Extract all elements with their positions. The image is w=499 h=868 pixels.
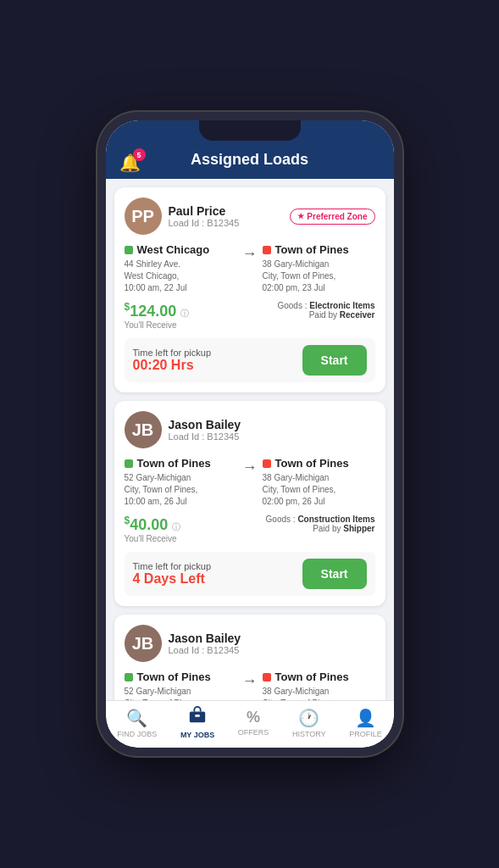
load-card-2: JB Jason Bailey Load Id : B12345 Town of	[114, 401, 385, 606]
dest-dot-3	[263, 673, 271, 682]
destination-name-2: Town of Pines	[263, 457, 375, 470]
nav-offers[interactable]: % OFFERS	[238, 709, 269, 737]
offers-label: OFFERS	[238, 728, 269, 737]
profile-label: PROFILE	[349, 730, 382, 738]
card-header-3: JB Jason Bailey Load Id : B12345	[125, 625, 375, 662]
avatar-2: JB	[125, 411, 162, 448]
history-icon: 🕐	[298, 708, 319, 728]
load-id-3: Load Id : B12345	[169, 645, 241, 655]
price-info-1: $124.00 ⓘ You'll Receive	[125, 301, 190, 330]
find-jobs-label: FIND JOBS	[117, 730, 157, 738]
card-header-2: JB Jason Bailey Load Id : B12345	[125, 411, 375, 448]
star-icon: ★	[297, 212, 304, 220]
origin-dot-2	[125, 459, 133, 468]
goods-name-1: Electronic Items	[309, 301, 374, 310]
start-button-1[interactable]: Start	[302, 345, 367, 376]
notch	[199, 120, 301, 141]
nav-profile[interactable]: 👤 PROFILE	[349, 708, 382, 738]
pickup-time-2: 4 Days Left	[133, 571, 212, 587]
price-amount-2: $40.00 ⓘ	[125, 515, 181, 534]
origin-addr-2: 52 Gary-MichiganCity, Town of Pines,10:0…	[125, 472, 237, 508]
destination-3: Town of Pines 38 Gary-MichiganCity, Town…	[263, 670, 375, 700]
origin-1: West Chicago 44 Shirley Ave.West Chicago…	[125, 243, 237, 294]
price-info-2: $40.00 ⓘ You'll Receive	[125, 515, 181, 543]
find-jobs-icon: 🔍	[126, 708, 147, 728]
price-row-1: $124.00 ⓘ You'll Receive Goods : Electro…	[125, 301, 375, 330]
phone-screen: 🔔 5 Assigned Loads PP Paul Price	[106, 120, 394, 748]
offers-icon: %	[247, 709, 260, 726]
card-user-1: PP Paul Price Load Id : B12345	[125, 198, 240, 235]
user-info-1: Paul Price Load Id : B12345	[169, 204, 240, 228]
pickup-row-1: Time left for pickup 00:20 Hrs Start	[125, 338, 375, 382]
svg-rect-0	[190, 711, 205, 722]
bottom-nav: 🔍 FIND JOBS MY JOBS % OFFERS	[106, 700, 394, 748]
price-label-2: You'll Receive	[125, 534, 181, 543]
pickup-label-1: Time left for pickup	[133, 348, 212, 358]
load-card-3: JB Jason Bailey Load Id : B12345 Town of	[114, 615, 385, 700]
my-jobs-label: MY JOBS	[180, 731, 214, 739]
dest-dot-1	[263, 246, 271, 254]
arrow-1: →	[242, 243, 258, 263]
page-title: Assigned Loads	[191, 151, 308, 169]
price-amount-1: $124.00 ⓘ	[125, 301, 190, 320]
origin-addr-1: 44 Shirley Ave.West Chicago,10:00 am, 22…	[125, 259, 237, 294]
user-name-2: Jason Bailey	[169, 418, 241, 431]
card-user-3: JB Jason Bailey Load Id : B12345	[125, 625, 241, 662]
destination-name-1: Town of Pines	[263, 243, 375, 256]
avatar-1: PP	[125, 198, 162, 235]
card-header-1: PP Paul Price Load Id : B12345 ★ Preferr…	[125, 198, 375, 235]
svg-rect-1	[195, 715, 200, 717]
destination-2: Town of Pines 38 Gary-MichiganCity, Town…	[263, 457, 375, 508]
price-row-2: $40.00 ⓘ You'll Receive Goods : Construc…	[125, 515, 375, 543]
pickup-time-1: 00:20 Hrs	[133, 358, 212, 373]
nav-history[interactable]: 🕐 HISTORY	[292, 708, 326, 738]
card-user-2: JB Jason Bailey Load Id : B12345	[125, 411, 241, 448]
goods-info-1: Goods : Electronic Items Paid by Receive…	[277, 301, 374, 320]
user-info-2: Jason Bailey Load Id : B12345	[169, 418, 241, 442]
pickup-info-1: Time left for pickup 00:20 Hrs	[133, 348, 212, 373]
bell-icon: 🔔 5	[119, 153, 141, 173]
preferred-badge-1: ★ Preferred Zone	[290, 209, 374, 225]
origin-name-3: Town of Pines	[125, 670, 237, 683]
paid-by-2: Shipper	[343, 524, 374, 533]
user-name-3: Jason Bailey	[169, 632, 241, 645]
my-jobs-icon	[188, 706, 207, 729]
content-area: PP Paul Price Load Id : B12345 ★ Preferr…	[106, 179, 394, 700]
user-name-1: Paul Price	[169, 204, 240, 218]
phone-wrapper: 🔔 5 Assigned Loads PP Paul Price	[0, 0, 499, 868]
nav-find-jobs[interactable]: 🔍 FIND JOBS	[117, 708, 157, 738]
origin-name-1: West Chicago	[125, 243, 237, 256]
preferred-label-1: Preferred Zone	[307, 212, 367, 221]
avatar-3: JB	[125, 625, 162, 662]
destination-name-3: Town of Pines	[263, 670, 375, 683]
dest-addr-1: 38 Gary-MichiganCity, Town of Pines,02:0…	[263, 259, 375, 294]
nav-my-jobs[interactable]: MY JOBS	[180, 706, 214, 739]
history-label: HISTORY	[292, 730, 326, 738]
origin-2: Town of Pines 52 Gary-MichiganCity, Town…	[125, 457, 237, 508]
load-id-2: Load Id : B12345	[169, 431, 241, 442]
pickup-label-2: Time left for pickup	[133, 561, 212, 571]
paid-by-1: Receiver	[340, 310, 375, 320]
user-info-3: Jason Bailey Load Id : B12345	[169, 632, 241, 655]
price-label-1: You'll Receive	[125, 320, 190, 330]
origin-name-2: Town of Pines	[125, 457, 237, 470]
route-1: West Chicago 44 Shirley Ave.West Chicago…	[125, 243, 375, 294]
dest-dot-2	[263, 459, 271, 468]
arrow-2: →	[242, 457, 258, 476]
goods-name-2: Construction Items	[297, 515, 374, 524]
start-button-2[interactable]: Start	[302, 559, 367, 589]
route-2: Town of Pines 52 Gary-MichiganCity, Town…	[125, 457, 375, 508]
dest-addr-2: 38 Gary-MichiganCity, Town of Pines,02:0…	[263, 472, 375, 508]
route-3: Town of Pines 52 Gary-MichiganCity, Town…	[125, 670, 375, 700]
pickup-row-2: Time left for pickup 4 Days Left Start	[125, 552, 375, 596]
goods-info-2: Goods : Construction Items Paid by Shipp…	[266, 515, 375, 533]
destination-1: Town of Pines 38 Gary-MichiganCity, Town…	[263, 243, 375, 294]
pickup-info-2: Time left for pickup 4 Days Left	[133, 561, 212, 587]
origin-dot-1	[125, 246, 133, 254]
origin-addr-3: 52 Gary-MichiganCity, Town of Pines,10:0…	[125, 686, 237, 700]
load-card-1: PP Paul Price Load Id : B12345 ★ Preferr…	[114, 187, 385, 392]
bell-container[interactable]: 🔔 5	[119, 153, 141, 173]
load-id-1: Load Id : B12345	[169, 218, 240, 228]
origin-3: Town of Pines 52 Gary-MichiganCity, Town…	[125, 670, 237, 700]
notification-badge: 5	[133, 148, 146, 161]
